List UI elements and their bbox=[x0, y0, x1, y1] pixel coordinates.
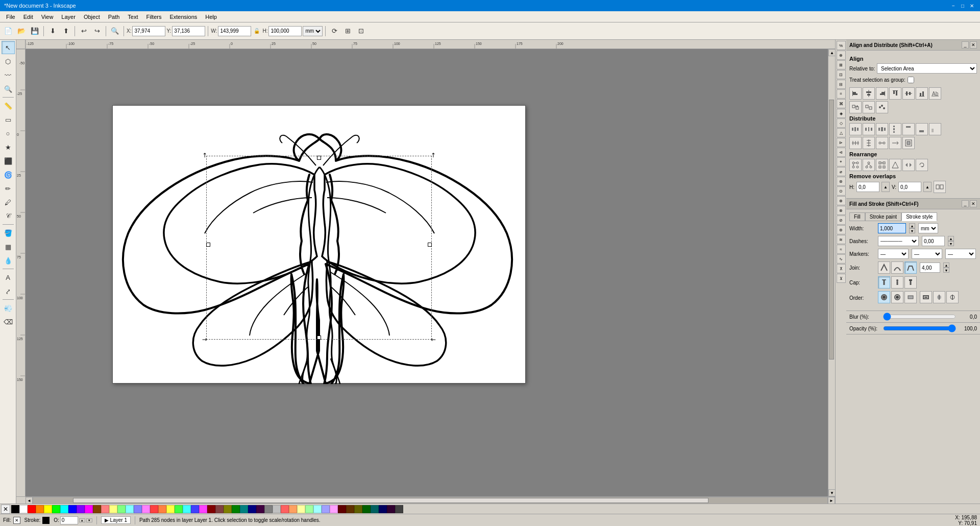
align-left-edges[interactable] bbox=[849, 87, 862, 100]
snap-btn-15[interactable]: ⊛ bbox=[837, 177, 846, 186]
menu-file[interactable]: File bbox=[2, 13, 19, 21]
tool-node[interactable]: ⬡ bbox=[2, 55, 15, 68]
opacity-slider[interactable] bbox=[883, 324, 956, 332]
align-exchange-x[interactable] bbox=[849, 101, 862, 113]
color-swatch[interactable] bbox=[346, 505, 354, 513]
color-swatch[interactable] bbox=[354, 505, 362, 513]
color-swatch[interactable] bbox=[28, 505, 36, 513]
color-swatch[interactable] bbox=[166, 505, 175, 513]
x-input[interactable] bbox=[132, 26, 165, 36]
dist-centers-v[interactable] bbox=[902, 123, 915, 135]
snap-btn-8[interactable]: ◈ bbox=[837, 109, 846, 118]
toolbar-redo[interactable]: ↪ bbox=[91, 25, 103, 37]
width-unit-select[interactable]: mm px bbox=[918, 223, 938, 233]
treat-as-group-checkbox[interactable] bbox=[908, 77, 914, 83]
order-fill-marker-stroke[interactable] bbox=[904, 291, 917, 303]
join-up[interactable]: ▲ bbox=[943, 262, 949, 268]
color-swatch[interactable] bbox=[215, 505, 224, 513]
color-swatch[interactable] bbox=[142, 505, 150, 513]
dashes-value-input[interactable] bbox=[922, 236, 945, 246]
snap-btn-24[interactable]: ⊼ bbox=[837, 264, 846, 273]
color-swatch[interactable] bbox=[85, 505, 93, 513]
fill-swatch[interactable]: ✕ bbox=[13, 517, 20, 524]
toolbar-align[interactable]: ⊞ bbox=[341, 25, 354, 37]
color-swatch[interactable] bbox=[362, 505, 371, 513]
color-swatch[interactable] bbox=[36, 505, 44, 513]
tool-connector[interactable]: ⤤ bbox=[2, 284, 15, 298]
snap-btn-25[interactable]: ⊻ bbox=[837, 274, 846, 283]
align-random[interactable] bbox=[876, 101, 888, 113]
dist-snap-page[interactable] bbox=[902, 137, 915, 149]
order-marker-fill-stroke[interactable] bbox=[933, 291, 945, 303]
color-swatch[interactable] bbox=[387, 505, 395, 513]
tool-dropper[interactable]: 💧 bbox=[2, 254, 15, 267]
close-button[interactable]: ✕ bbox=[968, 2, 976, 9]
snap-btn-10[interactable]: △ bbox=[837, 128, 846, 137]
width-down[interactable]: ▼ bbox=[909, 228, 915, 233]
handle-tm[interactable] bbox=[317, 156, 321, 160]
snap-btn-18[interactable]: ⊗ bbox=[837, 206, 846, 215]
cap-square[interactable] bbox=[904, 276, 917, 289]
toolbar-transform[interactable]: ⟳ bbox=[328, 25, 340, 37]
v-remove-input[interactable] bbox=[898, 182, 921, 192]
menu-path[interactable]: Path bbox=[104, 13, 124, 21]
menu-extensions[interactable]: Extensions bbox=[165, 13, 201, 21]
toolbar-save[interactable]: 💾 bbox=[29, 25, 41, 37]
color-swatch[interactable] bbox=[330, 505, 338, 513]
relative-to-select[interactable]: Selection Area First selected Last selec… bbox=[877, 63, 977, 74]
menu-layer[interactable]: Layer bbox=[57, 13, 80, 21]
align-centers-h[interactable] bbox=[863, 87, 875, 100]
width-input[interactable] bbox=[878, 223, 906, 233]
color-swatch[interactable] bbox=[52, 505, 60, 513]
order-stroke-fill[interactable] bbox=[891, 291, 903, 303]
rearrange-rotate[interactable] bbox=[916, 159, 928, 171]
color-swatch[interactable] bbox=[77, 505, 85, 513]
dist-top-edges[interactable] bbox=[889, 123, 901, 135]
color-swatch[interactable] bbox=[175, 505, 183, 513]
dist-equal-v[interactable] bbox=[863, 137, 875, 149]
dist-baseline[interactable]: || bbox=[929, 123, 941, 135]
rearrange-connected[interactable] bbox=[889, 159, 901, 171]
color-swatch[interactable] bbox=[199, 505, 207, 513]
stroke-swatch[interactable] bbox=[42, 517, 50, 524]
menu-help[interactable]: Help bbox=[201, 13, 221, 21]
color-swatch[interactable] bbox=[150, 505, 158, 513]
tab-stroke-style[interactable]: Stroke style bbox=[901, 212, 937, 221]
lock-aspect-button[interactable]: 🔓 bbox=[252, 25, 261, 37]
snap-btn-9[interactable]: ◇ bbox=[837, 118, 846, 128]
opacity-spin-up[interactable]: ▲ bbox=[79, 518, 85, 522]
no-color-btn[interactable]: ✕ bbox=[1, 505, 10, 514]
toolbar-undo[interactable]: ↩ bbox=[78, 25, 90, 37]
handle-bm[interactable] bbox=[317, 336, 321, 340]
color-swatch[interactable] bbox=[281, 505, 289, 513]
color-swatch[interactable] bbox=[248, 505, 256, 513]
maximize-button[interactable]: □ bbox=[959, 2, 967, 9]
width-up[interactable]: ▲ bbox=[909, 223, 915, 228]
tool-eraser[interactable]: ⌫ bbox=[2, 315, 15, 328]
snap-btn-3[interactable]: ⊞ bbox=[837, 60, 846, 69]
color-swatch[interactable] bbox=[240, 505, 248, 513]
snap-btn-13[interactable]: ⌖ bbox=[837, 157, 846, 166]
join-miter[interactable] bbox=[878, 261, 890, 274]
toolbar-new[interactable]: 📄 bbox=[2, 25, 14, 37]
toolbar-import[interactable]: ⬇ bbox=[46, 25, 59, 37]
tool-calligraphy[interactable]: 𝒞 bbox=[2, 209, 15, 223]
vscroll-thumb[interactable] bbox=[829, 100, 834, 360]
handle-mr[interactable] bbox=[428, 243, 432, 247]
color-swatch[interactable] bbox=[322, 505, 330, 513]
panel-fs-minimize[interactable]: _ bbox=[962, 200, 969, 207]
toolbar-open[interactable]: 📂 bbox=[15, 25, 28, 37]
color-swatch[interactable] bbox=[134, 505, 142, 513]
tab-stroke-paint[interactable]: Stroke paint bbox=[865, 212, 901, 221]
snap-btn-23[interactable]: ∿ bbox=[837, 254, 846, 264]
snap-btn-20[interactable]: ⊚ bbox=[837, 225, 846, 234]
rearrange-align-graph[interactable] bbox=[876, 159, 888, 171]
tool-text[interactable]: A bbox=[2, 271, 15, 284]
snap-btn-4[interactable]: ⊡ bbox=[837, 70, 846, 79]
toolbar-export[interactable]: ⬆ bbox=[60, 25, 72, 37]
snap-btn-2[interactable]: ⊕ bbox=[837, 51, 846, 60]
color-swatch[interactable] bbox=[297, 505, 305, 513]
toolbar-zoom-in[interactable]: 🔍 bbox=[109, 25, 121, 37]
vscroll-down[interactable]: ▼ bbox=[828, 489, 835, 496]
panel-fs-close[interactable]: ✕ bbox=[970, 200, 977, 207]
